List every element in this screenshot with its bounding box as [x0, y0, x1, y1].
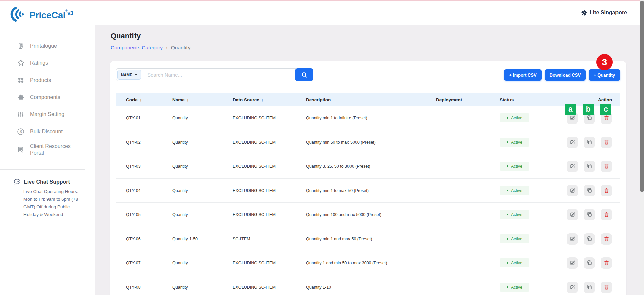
- column-header-action: Action: [562, 97, 612, 102]
- trash-icon: [604, 139, 609, 145]
- delete-button[interactable]: [601, 233, 612, 245]
- cell-description: Quantity min 1 and max 50 (Preset): [306, 237, 436, 241]
- edit-button[interactable]: [567, 185, 578, 196]
- cell-name: Quantity: [172, 212, 233, 217]
- annotation-label-c: c: [600, 104, 611, 115]
- sidebar-item-bulk-discount[interactable]: $ Bulk Discount: [0, 123, 95, 140]
- column-header-name[interactable]: Name↓: [172, 97, 233, 102]
- copy-button[interactable]: [584, 209, 595, 220]
- edit-button[interactable]: [567, 233, 578, 245]
- search-input[interactable]: [116, 68, 313, 81]
- copy-button[interactable]: [584, 161, 595, 172]
- cell-description: Quantity 1-10: [306, 285, 436, 290]
- edit-button[interactable]: [567, 161, 578, 172]
- annotation-label-a: a: [565, 104, 576, 115]
- table-row: QTY-02 Quantity EXCLUDING SC-ITEM Quanti…: [116, 130, 620, 154]
- delete-button[interactable]: [601, 257, 612, 269]
- add-quantity-button[interactable]: + Quantity: [589, 69, 620, 81]
- sidebar-item-margin-setting[interactable]: Margin Setting: [0, 106, 95, 123]
- table: a b c Code↓ Name↓ Data Source↓ Descripti…: [116, 93, 620, 295]
- search-button[interactable]: [295, 68, 313, 81]
- edit-button[interactable]: [567, 257, 578, 269]
- sidebar-item-ratings[interactable]: Ratings: [0, 54, 95, 71]
- cell-data-source: EXCLUDING SC-ITEM: [233, 188, 306, 193]
- dollar-icon: $: [17, 128, 25, 135]
- caret-down-icon: [135, 74, 137, 76]
- svg-text:$: $: [20, 129, 22, 134]
- edit-icon: [570, 260, 575, 266]
- delete-button[interactable]: [601, 209, 612, 220]
- edit-icon: [570, 163, 575, 169]
- sidebar-item-client-resources-portal[interactable]: Client Resources Portal: [0, 140, 95, 159]
- column-header-data-source[interactable]: Data Source↓: [233, 97, 306, 102]
- search-field-dropdown[interactable]: NAME: [117, 70, 141, 80]
- status-dot-icon: [507, 286, 508, 288]
- status-badge: Active: [500, 186, 529, 195]
- table-body: QTY-01 Quantity EXCLUDING SC-ITEM Quanti…: [116, 106, 620, 295]
- tenant-menu[interactable]: Lite Singapore: [581, 10, 627, 16]
- cell-data-source: EXCLUDING SC-ITEM: [233, 285, 306, 290]
- brand-name: PriceCal®v3: [29, 6, 73, 24]
- grid-icon: [17, 77, 25, 83]
- sidebar-item-products[interactable]: Products: [0, 71, 95, 89]
- sliders-icon: [17, 111, 25, 118]
- edit-icon: [570, 188, 575, 193]
- edit-button[interactable]: [567, 282, 578, 293]
- support-title: Live Chat Support: [24, 179, 70, 185]
- status-dot-icon: [507, 262, 508, 264]
- download-csv-button[interactable]: Download CSV: [545, 69, 586, 81]
- copy-button[interactable]: [584, 282, 595, 293]
- delete-button[interactable]: [601, 161, 612, 172]
- brand-logo[interactable]: PriceCal®v3: [0, 1, 95, 24]
- delete-button[interactable]: [601, 185, 612, 196]
- status-dot-icon: [507, 190, 508, 191]
- cell-code: QTY-07: [126, 261, 172, 265]
- sidebar-item-printalogue[interactable]: Printalogue: [0, 37, 95, 54]
- trash-icon: [604, 236, 609, 242]
- copy-icon: [587, 212, 592, 217]
- copy-button[interactable]: [584, 257, 595, 269]
- cell-name: Quantity: [172, 116, 233, 120]
- cell-action: [562, 161, 612, 172]
- delete-button[interactable]: [601, 137, 612, 148]
- table-row: QTY-03 Quantity EXCLUDING SC-ITEM Quanti…: [116, 154, 620, 179]
- cell-description: Quantity min 100 and max 5000 (Preset): [306, 212, 436, 217]
- cell-name: Quantity: [172, 285, 233, 290]
- cell-data-source: EXCLUDING SC-ITEM: [233, 261, 306, 265]
- copy-icon: [587, 188, 592, 193]
- star-icon: [17, 59, 25, 67]
- edit-button[interactable]: [567, 137, 578, 148]
- copy-icon: [587, 260, 592, 266]
- trash-icon: [604, 212, 609, 217]
- copy-button[interactable]: [584, 185, 595, 196]
- trash-icon: [604, 163, 609, 169]
- trash-icon: [604, 115, 609, 121]
- cell-code: QTY-04: [126, 188, 172, 193]
- status-dot-icon: [507, 141, 508, 143]
- support-hours-text: Live Chat Operating Hours: Mon to Fri: 9…: [23, 188, 83, 218]
- cell-name: Quantity: [172, 188, 233, 193]
- breadcrumb-parent-link[interactable]: Components Category: [111, 45, 163, 51]
- cell-code: QTY-08: [126, 285, 172, 290]
- cell-code: QTY-02: [126, 140, 172, 145]
- import-csv-button[interactable]: + Import CSV: [504, 69, 542, 81]
- device-icon: [17, 42, 25, 49]
- trash-icon: [604, 284, 609, 290]
- chat-bubble-icon: [13, 178, 21, 186]
- column-header-status: Status: [500, 97, 562, 102]
- annotation-count-badge: 3: [596, 54, 613, 70]
- annotation-label-b: b: [583, 104, 594, 115]
- edit-button[interactable]: [567, 209, 578, 220]
- sidebar-item-components[interactable]: Components: [0, 89, 95, 106]
- content-card: 3 NAME + Import CSV Download CSV + Quant…: [110, 61, 626, 295]
- scrollbar-thumb[interactable]: [640, 1, 644, 192]
- status-badge: Active: [500, 258, 529, 267]
- copy-icon: [587, 163, 592, 169]
- copy-button[interactable]: [584, 233, 595, 245]
- cell-status: Active: [500, 186, 562, 195]
- cell-action: [562, 257, 612, 269]
- column-header-code[interactable]: Code↓: [126, 97, 172, 102]
- copy-button[interactable]: [584, 137, 595, 148]
- table-row: QTY-01 Quantity EXCLUDING SC-ITEM Quanti…: [116, 106, 620, 130]
- delete-button[interactable]: [601, 282, 612, 293]
